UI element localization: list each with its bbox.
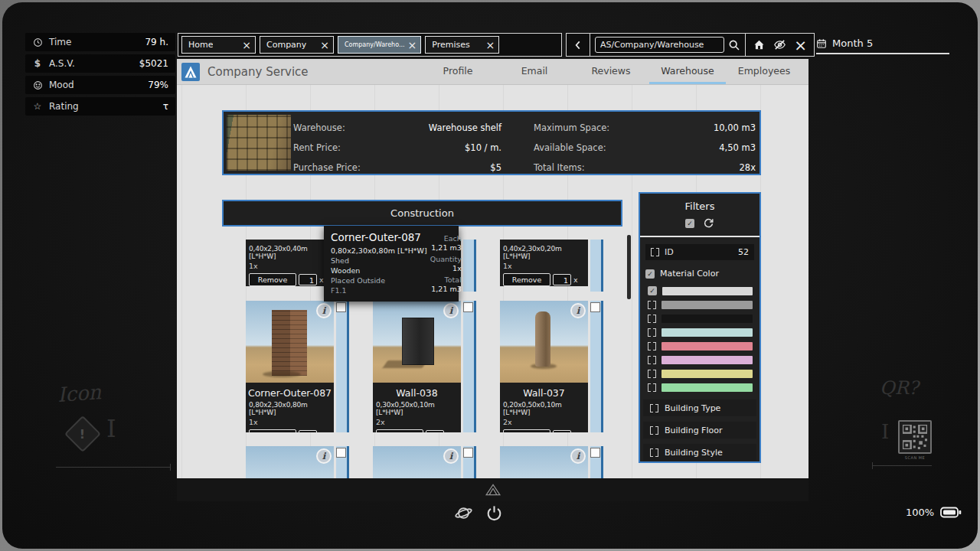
id-checkbox[interactable]: [651, 248, 659, 256]
battery-indicator: 100%: [906, 507, 962, 518]
info-icon[interactable]: i: [570, 448, 586, 464]
remove-button[interactable]: Remove: [503, 273, 550, 286]
quantity-suffix: x: [319, 432, 324, 432]
stat-asv: $A.S.V.$5021: [25, 54, 175, 73]
item-card-corner-outer-087: iCorner-Outer-0870,80x2,30x0,80m [L*H*W]…: [246, 301, 334, 432]
month-label: Month 5: [832, 37, 873, 49]
card-checkbox[interactable]: [463, 448, 473, 458]
back-button[interactable]: [567, 34, 590, 56]
quantity-input[interactable]: 1: [553, 274, 571, 285]
battery-icon: [940, 507, 962, 518]
swatch-checkbox[interactable]: [648, 315, 656, 323]
tooltip-stat-value: 1,21 m3: [430, 243, 462, 253]
swatch-checkbox[interactable]: ✓: [648, 286, 657, 295]
info-icon[interactable]: i: [316, 448, 332, 464]
card-image: i: [500, 446, 588, 478]
swatch-checkbox[interactable]: [648, 328, 656, 337]
nav-employees[interactable]: Employees: [726, 59, 802, 84]
card-checkbox[interactable]: [336, 448, 346, 458]
filter-material-row[interactable]: ✓ Material Color: [645, 269, 754, 279]
tab-label: Premises: [432, 40, 470, 50]
filter-building-style[interactable]: Building Style: [643, 444, 756, 461]
info-icon[interactable]: i: [570, 303, 586, 318]
card-controls: Remove1x: [246, 426, 334, 432]
browser-tab-bar: Home×Company×Company/Wareho...×Premises×: [178, 33, 562, 57]
refresh-icon[interactable]: [703, 217, 714, 229]
eye-off-button[interactable]: [773, 38, 787, 51]
swatch-checkbox[interactable]: [648, 301, 656, 309]
tooltip-left: Corner-Outer-087 0,80x2,30x0,80m [L*H*W]…: [331, 231, 427, 295]
browser-tab-home[interactable]: Home×: [181, 36, 256, 54]
quantity-suffix: x: [573, 432, 578, 432]
card-select-strip: [463, 240, 476, 292]
swatch-checkbox[interactable]: [648, 370, 656, 378]
item-card-partial: i: [500, 446, 588, 478]
tab-close-icon[interactable]: ×: [317, 40, 329, 51]
card-image: i: [500, 301, 588, 383]
filter-building-floor[interactable]: Building Floor: [643, 422, 756, 439]
card-checkbox[interactable]: [463, 302, 473, 312]
tooltip-stats: Each1,21 m3Quantity1xTotal1,21 m3: [430, 231, 462, 295]
nav-email[interactable]: Email: [496, 59, 573, 84]
filters-enable-checkbox[interactable]: ✓: [685, 219, 694, 228]
close-browser-button[interactable]: ×: [794, 37, 807, 53]
remove-button[interactable]: Remove: [249, 429, 296, 432]
planet-icon[interactable]: [454, 504, 473, 523]
info-label: Purchase Price:: [293, 158, 361, 178]
card-select-strip: [463, 301, 476, 432]
tab-close-icon[interactable]: ×: [239, 40, 251, 51]
stat-value: 79 h.: [145, 37, 168, 47]
nav-warehouse[interactable]: Warehouse: [649, 59, 726, 84]
tab-close-icon[interactable]: ×: [483, 40, 495, 51]
card-checkbox[interactable]: [336, 302, 346, 312]
swatch-row: [640, 380, 760, 394]
quantity-input[interactable]: 1: [299, 430, 317, 432]
browser-tab-company[interactable]: Company×: [260, 36, 334, 54]
card-checkbox[interactable]: [590, 302, 600, 312]
card-dims: 0,40x2,30x0,20m [L*H*W]: [500, 243, 588, 260]
info-icon[interactable]: i: [443, 303, 459, 318]
card-checkbox[interactable]: [590, 448, 600, 458]
building-floor-checkbox[interactable]: [650, 426, 658, 435]
nav-reviews[interactable]: Reviews: [573, 59, 649, 84]
info-icon[interactable]: i: [316, 303, 332, 318]
remove-button[interactable]: Remove: [249, 273, 296, 286]
filter-building-type[interactable]: Building Type: [643, 399, 756, 416]
swatch-row: [640, 367, 760, 380]
quantity-suffix: x: [319, 276, 324, 284]
swatch-checkbox[interactable]: [648, 342, 656, 350]
swatch-checkbox[interactable]: [648, 356, 656, 364]
search-icon[interactable]: [728, 39, 740, 51]
url-input[interactable]: AS/Company/Warehouse: [595, 37, 724, 53]
url-bar: AS/Company/Warehouse: [590, 34, 746, 56]
quantity-input[interactable]: 1: [553, 430, 571, 432]
building-type-checkbox[interactable]: [650, 404, 658, 412]
quantity-input[interactable]: 1: [299, 274, 317, 285]
stat-value: τ: [163, 101, 168, 112]
home-button[interactable]: [753, 38, 766, 51]
info-row: Total Items:28x: [534, 158, 756, 178]
swatch-checkbox[interactable]: [648, 383, 656, 392]
tooltip-title: Corner-Outer-087: [331, 231, 427, 243]
info-icon[interactable]: i: [443, 448, 459, 464]
remove-button[interactable]: Remove: [376, 429, 423, 432]
browser-tab-premises[interactable]: Premises×: [425, 36, 499, 54]
stat-mood: Mood79%: [25, 76, 175, 94]
card-select-strip: [590, 240, 603, 292]
building-style-checkbox[interactable]: [650, 448, 658, 457]
color-swatch: [662, 287, 753, 295]
quantity-input[interactable]: 1: [426, 430, 444, 432]
nav-profile[interactable]: Profile: [420, 59, 496, 84]
tooltip-line: 0,80x2,30x0,80m [L*H*W]: [331, 246, 427, 256]
material-checkbox[interactable]: ✓: [645, 269, 655, 279]
decor-line-right: [872, 465, 932, 466]
company-service-logo: [181, 63, 200, 81]
browser-tab-company-wareho[interactable]: Company/Wareho...×: [338, 36, 421, 54]
power-icon[interactable]: [485, 504, 503, 522]
filter-id-row[interactable]: ID 52: [645, 244, 754, 260]
dock: [454, 504, 503, 523]
list-scrollbar[interactable]: [627, 235, 631, 299]
tab-close-icon[interactable]: ×: [405, 40, 417, 51]
remove-button[interactable]: Remove: [503, 429, 550, 432]
browser-controls: AS/Company/Warehouse ×: [566, 33, 815, 57]
